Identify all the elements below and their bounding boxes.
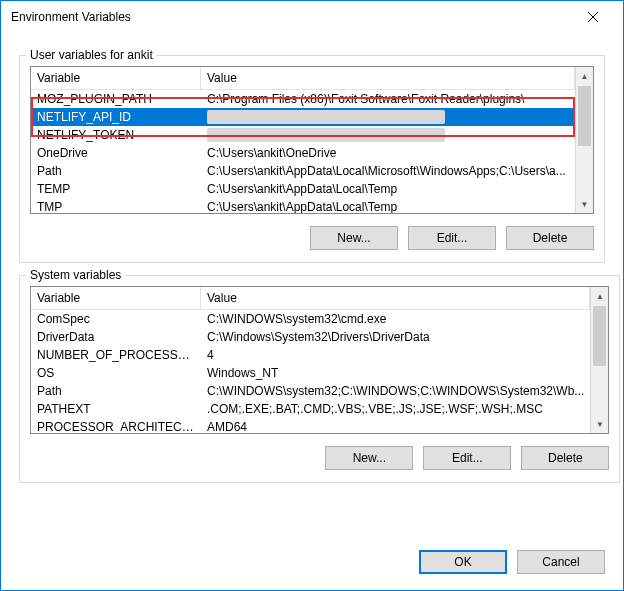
system-edit-button[interactable]: Edit...	[423, 446, 511, 470]
header-value[interactable]: Value	[201, 287, 590, 309]
cell-value: C:\Windows\System32\Drivers\DriverData	[201, 329, 590, 345]
header-variable[interactable]: Variable	[31, 67, 201, 89]
system-variables-label: System variables	[26, 268, 125, 282]
scroll-down-icon[interactable]: ▼	[591, 415, 608, 433]
cell-variable: TEMP	[31, 181, 201, 197]
table-row[interactable]: MOZ_PLUGIN_PATHC:\Program Files (x86)\Fo…	[31, 90, 575, 108]
cell-variable: Path	[31, 163, 201, 179]
table-row[interactable]: PathC:\WINDOWS\system32;C:\WINDOWS;C:\WI…	[31, 382, 590, 400]
table-row[interactable]: NUMBER_OF_PROCESSORS4	[31, 346, 590, 364]
scroll-thumb[interactable]	[593, 306, 606, 366]
header-value[interactable]: Value	[201, 67, 575, 89]
system-delete-button[interactable]: Delete	[521, 446, 609, 470]
system-list-header: Variable Value	[31, 287, 590, 310]
table-row[interactable]: TEMPC:\Users\ankit\AppData\Local\Temp	[31, 180, 575, 198]
table-row[interactable]: ComSpecC:\WINDOWS\system32\cmd.exe	[31, 310, 590, 328]
cell-variable: NETLIFY_API_ID	[31, 109, 201, 125]
dialog-footer: OK Cancel	[1, 538, 623, 590]
cell-value: AMD64	[201, 419, 590, 433]
cell-variable: DriverData	[31, 329, 201, 345]
cell-value: C:\WINDOWS\system32\cmd.exe	[201, 311, 590, 327]
system-variables-group: System variables Variable Value ComSpecC…	[19, 275, 620, 483]
dialog-content: User variables for ankit Variable Value …	[1, 33, 623, 538]
table-row[interactable]: TMPC:\Users\ankit\AppData\Local\Temp	[31, 198, 575, 213]
cell-variable: ComSpec	[31, 311, 201, 327]
user-button-row: New... Edit... Delete	[30, 226, 594, 250]
table-row[interactable]: DriverDataC:\Windows\System32\Drivers\Dr…	[31, 328, 590, 346]
environment-variables-window: Environment Variables User variables for…	[0, 0, 624, 591]
system-button-row: New... Edit... Delete	[30, 446, 609, 470]
cell-value: C:\Users\ankit\OneDrive	[201, 145, 575, 161]
cell-value: ████████████████████████████	[201, 109, 575, 125]
table-row[interactable]: PathC:\Users\ankit\AppData\Local\Microso…	[31, 162, 575, 180]
cell-variable: OneDrive	[31, 145, 201, 161]
table-row[interactable]: PROCESSOR_ARCHITECTUREAMD64	[31, 418, 590, 433]
cell-value: C:\Program Files (x86)\Foxit Software\Fo…	[201, 91, 575, 107]
cell-value: C:\Users\ankit\AppData\Local\Temp	[201, 199, 575, 213]
system-scrollbar[interactable]: ▲ ▼	[590, 287, 608, 433]
cell-variable: NETLIFY_TOKEN	[31, 127, 201, 143]
user-scrollbar[interactable]: ▲ ▼	[575, 67, 593, 213]
cell-variable: Path	[31, 383, 201, 399]
system-new-button[interactable]: New...	[325, 446, 413, 470]
ok-button[interactable]: OK	[419, 550, 507, 574]
cell-value: ████████████████████████████	[201, 127, 575, 143]
close-button[interactable]	[570, 2, 615, 32]
cell-variable: TMP	[31, 199, 201, 213]
table-row[interactable]: NETLIFY_TOKEN███████████████████████████…	[31, 126, 575, 144]
user-new-button[interactable]: New...	[310, 226, 398, 250]
cell-value: C:\Users\ankit\AppData\Local\Microsoft\W…	[201, 163, 575, 179]
cell-value: C:\WINDOWS\system32;C:\WINDOWS;C:\WINDOW…	[201, 383, 590, 399]
cell-variable: PATHEXT	[31, 401, 201, 417]
cancel-button[interactable]: Cancel	[517, 550, 605, 574]
user-edit-button[interactable]: Edit...	[408, 226, 496, 250]
table-row[interactable]: OSWindows_NT	[31, 364, 590, 382]
table-row[interactable]: OneDriveC:\Users\ankit\OneDrive	[31, 144, 575, 162]
table-row[interactable]: NETLIFY_API_ID██████████████████████████…	[31, 108, 575, 126]
user-list-header: Variable Value	[31, 67, 575, 90]
scroll-up-icon[interactable]: ▲	[576, 67, 593, 85]
user-delete-button[interactable]: Delete	[506, 226, 594, 250]
scroll-down-icon[interactable]: ▼	[576, 195, 593, 213]
cell-variable: MOZ_PLUGIN_PATH	[31, 91, 201, 107]
cell-variable: OS	[31, 365, 201, 381]
cell-value: Windows_NT	[201, 365, 590, 381]
header-variable[interactable]: Variable	[31, 287, 201, 309]
user-variables-label: User variables for ankit	[26, 48, 157, 62]
cell-value: C:\Users\ankit\AppData\Local\Temp	[201, 181, 575, 197]
table-row[interactable]: PATHEXT.COM;.EXE;.BAT;.CMD;.VBS;.VBE;.JS…	[31, 400, 590, 418]
cell-variable: NUMBER_OF_PROCESSORS	[31, 347, 201, 363]
cell-value: .COM;.EXE;.BAT;.CMD;.VBS;.VBE;.JS;.JSE;.…	[201, 401, 590, 417]
titlebar: Environment Variables	[1, 1, 623, 33]
cell-variable: PROCESSOR_ARCHITECTURE	[31, 419, 201, 433]
user-variables-group: User variables for ankit Variable Value …	[19, 55, 605, 263]
user-variables-list: Variable Value MOZ_PLUGIN_PATHC:\Program…	[30, 66, 594, 214]
window-title: Environment Variables	[11, 10, 570, 24]
scroll-thumb[interactable]	[578, 86, 591, 146]
scroll-up-icon[interactable]: ▲	[591, 287, 608, 305]
system-variables-list: Variable Value ComSpecC:\WINDOWS\system3…	[30, 286, 609, 434]
cell-value: 4	[201, 347, 590, 363]
